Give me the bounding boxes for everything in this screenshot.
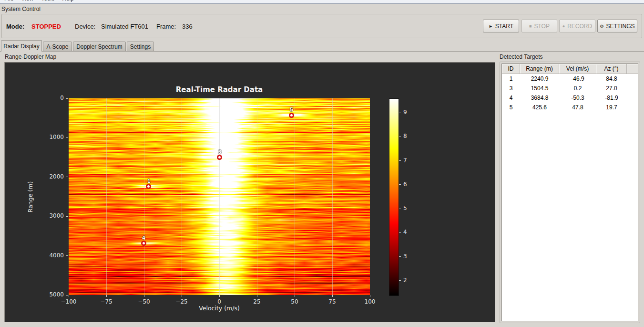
colorbar-tick-label: 2 <box>403 277 407 284</box>
menu-item-tools[interactable]: Tools <box>41 0 54 3</box>
x-tick-label: 50 <box>283 298 307 305</box>
table-cell: 1504.5 <box>520 84 559 93</box>
tab-settings[interactable]: Settings <box>127 42 154 52</box>
menu-bar: FileViewToolsHelp <box>0 0 644 4</box>
x-tick <box>144 295 144 297</box>
menu-item-help[interactable]: Help <box>62 0 74 3</box>
colorbar-tick-label: 4 <box>403 229 407 235</box>
table-row[interactable]: 5425.647.819.7 <box>502 103 638 112</box>
table-cell: 3 <box>502 84 520 93</box>
y-tick <box>66 216 68 217</box>
y-tick-label: 2000 <box>38 173 64 180</box>
x-tick <box>257 295 257 297</box>
colorbar-tick-label: 3 <box>403 253 407 260</box>
x-tick-label: 25 <box>245 298 269 305</box>
target-marker <box>141 241 146 246</box>
column-header-velms[interactable]: Vel (m/s) <box>559 64 596 74</box>
record-icon: ● <box>562 24 565 29</box>
x-tick-label: −100 <box>57 298 81 305</box>
button-label: SETTINGS <box>606 23 635 30</box>
button-label: START <box>495 23 513 30</box>
button-label: STOP <box>534 23 549 30</box>
range-doppler-heatmap[interactable] <box>69 98 370 295</box>
chart-title: Real-Time Radar Data <box>69 85 370 94</box>
play-icon: ► <box>489 24 493 29</box>
frame-value: 336 <box>182 23 193 30</box>
colorbar <box>389 98 399 296</box>
y-tick-label: 1000 <box>38 134 64 140</box>
y-tick <box>66 177 68 177</box>
button-label: RECORD <box>567 23 592 30</box>
y-tick <box>66 255 68 256</box>
frame-label: Frame: <box>156 23 176 30</box>
y-tick-label: 3000 <box>38 212 64 219</box>
tab-a-scope[interactable]: A-Scope <box>43 42 72 52</box>
mode-value: STOPPED <box>31 23 61 30</box>
x-tick <box>219 295 220 297</box>
target-marker-label: 1 <box>147 179 151 184</box>
colorbar-tick-label: 5 <box>403 205 407 211</box>
column-header-rangem[interactable]: Range (m) <box>520 64 559 74</box>
x-tick-label: 100 <box>358 298 382 305</box>
menu-item-file[interactable]: File <box>4 0 13 3</box>
detected-targets-group-title: Detected Targets <box>500 53 543 60</box>
x-axis-label: Velocity (m/s) <box>69 305 370 312</box>
colorbar-tick <box>399 256 401 257</box>
radar-plot-panel: Real-Time Radar Data Range (m) Velocity … <box>4 62 495 322</box>
table-cell: 1 <box>502 74 520 84</box>
x-tick-label: −50 <box>132 298 156 305</box>
column-header-filler <box>627 64 638 74</box>
table-row[interactable]: 31504.50.227.0 <box>502 84 638 93</box>
colorbar-tick <box>399 232 401 233</box>
colorbar-tick-label: 9 <box>403 109 407 116</box>
record-button: ●RECORD <box>559 20 595 32</box>
column-header-id[interactable]: ID <box>502 64 520 74</box>
settings-button[interactable]: ⚙SETTINGS <box>597 20 637 32</box>
column-header-az[interactable]: Az (°) <box>596 64 627 74</box>
stop-icon: ■ <box>529 24 532 29</box>
colorbar-tick <box>399 113 401 113</box>
table-cell: 19.7 <box>596 103 627 112</box>
tab-doppler-spectrum[interactable]: Doppler Spectrum <box>73 42 126 52</box>
table-cell: -50.3 <box>559 93 596 103</box>
target-marker-label: 4 <box>142 235 145 241</box>
colorbar-tick <box>399 137 401 137</box>
x-tick-label: 0 <box>207 298 231 305</box>
table-cell: -81.9 <box>596 93 627 103</box>
table-cell: 27.0 <box>596 84 627 93</box>
x-tick <box>370 295 370 297</box>
y-tick-label: 4000 <box>38 252 64 259</box>
colorbar-tick <box>399 280 401 281</box>
y-tick <box>66 295 68 295</box>
x-tick <box>332 295 333 297</box>
target-marker <box>289 113 294 118</box>
table-row[interactable]: 43684.8-50.3-81.9 <box>502 93 638 103</box>
table-cell: 84.8 <box>596 74 627 84</box>
table-cell: -46.9 <box>559 74 596 84</box>
app-window: FileViewToolsHelp System Control Mode: S… <box>0 0 644 327</box>
device-label: Device: <box>75 23 95 30</box>
y-tick-label: 5000 <box>38 291 64 298</box>
start-button[interactable]: ►START <box>483 20 519 32</box>
tab-radar-display[interactable]: Radar Display <box>1 40 42 52</box>
colorbar-tick <box>399 184 401 185</box>
y-tick <box>66 98 68 99</box>
table-cell: 4 <box>502 93 520 103</box>
x-tick <box>182 295 182 297</box>
table-cell: 0.2 <box>559 84 596 93</box>
target-marker-label: 3 <box>218 149 222 155</box>
table-cell: 2240.9 <box>520 74 559 84</box>
y-axis-label: Range (m) <box>26 98 35 295</box>
y-tick <box>66 137 68 138</box>
colorbar-tick-label: 6 <box>403 181 407 188</box>
table-row[interactable]: 12240.9-46.984.8 <box>502 74 638 84</box>
colorbar-tick-label: 8 <box>403 133 407 139</box>
gear-icon: ⚙ <box>600 24 603 29</box>
menu-item-view[interactable]: View <box>21 0 33 3</box>
colorbar-tick-label: 7 <box>403 157 407 164</box>
mode-label: Mode: <box>6 23 24 30</box>
y-tick-label: 0 <box>38 95 64 101</box>
x-tick <box>69 295 69 297</box>
x-tick-label: −25 <box>170 298 194 305</box>
detected-targets-table[interactable]: IDRange (m)Vel (m/s)Az (°) 12240.9-46.98… <box>501 63 638 321</box>
